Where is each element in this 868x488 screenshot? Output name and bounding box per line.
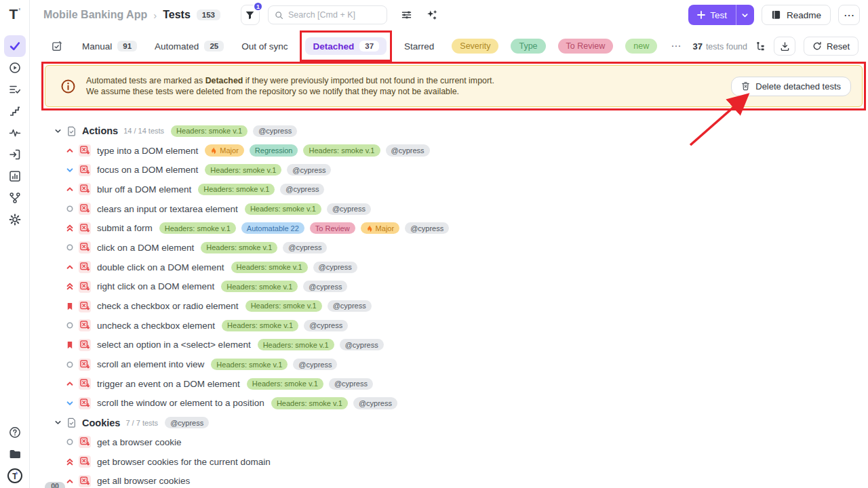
add-test-button[interactable]: Test [688,5,736,25]
folder-name[interactable]: Actions [82,125,118,136]
test-row[interactable]: blur off a DOM elementHeaders: smoke v.1… [30,180,868,199]
sidebar-help-icon[interactable] [4,422,26,443]
test-title[interactable]: scroll an element into view [97,359,204,369]
tag-badge[interactable]: Headers: smoke v.1 [211,359,288,370]
test-title[interactable]: get all browser cookies [97,476,190,486]
filter-funnel-button[interactable]: 1 [241,5,260,25]
breadcrumb-section[interactable]: Tests [163,9,191,21]
chevron-down-icon[interactable] [54,127,62,135]
tag-badge[interactable]: @cypress [287,164,331,176]
sidebar-check-icon[interactable] [4,35,26,57]
folder-row[interactable]: Actions14 / 14 testsHeaders: smoke v.1@c… [30,121,868,141]
test-row[interactable]: double click on a DOM elementHeaders: sm… [30,258,868,277]
add-test-dropdown-button[interactable] [736,5,754,25]
ai-sparkles-icon[interactable] [426,9,438,21]
sidebar-bar-chart-icon[interactable] [4,165,26,187]
tag-badge[interactable]: Headers: smoke v.1 [198,184,275,195]
tag-filter-type[interactable]: Type [511,39,545,54]
test-title[interactable]: blur off a DOM element [97,184,191,195]
tag-badge[interactable]: Automatable 22 [241,222,304,234]
tag-badge[interactable]: Headers: smoke v.1 [221,281,298,292]
test-row[interactable]: scroll an element into viewHeaders: smok… [30,354,868,374]
tag-badge[interactable]: @cypress [405,222,449,234]
tag-badge[interactable]: @cypress [253,125,297,137]
tag-badge[interactable]: Major [205,144,244,156]
tree-view-icon[interactable] [755,41,766,52]
tag-badge[interactable]: @cypress [340,339,384,350]
filter-tab-automated[interactable]: Automated25 [155,41,224,52]
breadcrumb-project[interactable]: Mobile Banking App [43,9,147,21]
reset-filters-button[interactable]: Reset [804,37,859,56]
tag-badge[interactable]: @cypress [283,242,327,253]
tag-filter-new[interactable]: new [625,39,657,54]
sidebar-stairs-icon[interactable] [4,100,26,122]
tag-badge[interactable]: Headers: smoke v.1 [231,262,308,273]
tag-badge[interactable]: @cypress [353,397,397,409]
tag-filter-severity[interactable]: Severity [452,39,498,54]
test-row[interactable]: submit a formHeaders: smoke v.1Automatab… [30,218,868,238]
tag-badge[interactable]: Headers: smoke v.1 [245,203,321,215]
test-row[interactable]: right click on a DOM elementHeaders: smo… [30,277,868,297]
tag-badge[interactable]: Headers: smoke v.1 [222,320,298,331]
test-row[interactable]: check a checkbox or radio elementHeaders… [30,296,868,316]
tag-badge[interactable]: Headers: smoke v.1 [245,300,322,312]
test-title[interactable]: focus on a DOM element [97,165,198,175]
tag-filter-to-review[interactable]: To Review [558,39,614,54]
tag-badge[interactable]: @cypress [329,378,373,390]
sidebar-folder-icon[interactable] [4,443,26,465]
tag-badge[interactable]: @cypress [327,203,371,215]
folder-name[interactable]: Cookies [82,418,120,428]
test-title[interactable]: scroll the window or element to a positi… [97,398,264,408]
more-filters-button[interactable]: ⋯ [671,40,682,52]
sidebar-pulse-icon[interactable] [4,122,26,144]
more-options-button[interactable]: ⋯ [838,5,860,25]
filter-tab-manual[interactable]: Manual91 [82,41,137,52]
test-row[interactable]: clears an input or textarea elementHeade… [30,199,868,219]
test-row[interactable]: get a browser cookie [30,432,868,452]
test-row[interactable]: scroll the window or element to a positi… [30,394,868,413]
test-row[interactable]: select an option in a <select> elementHe… [30,336,868,355]
search-input[interactable]: Search [Cmd + K] [268,5,387,24]
tag-badge[interactable]: Headers: smoke v.1 [205,164,281,176]
test-title[interactable]: clears an input or textarea element [97,204,238,214]
sidebar-profile-logo-icon[interactable]: T [4,465,26,487]
test-title[interactable]: uncheck a checkbox element [97,321,215,331]
test-row[interactable]: get browser cookies for the current doma… [30,452,868,472]
test-title[interactable]: trigger an event on a DOM element [97,379,240,389]
sidebar-gear-icon[interactable] [4,209,26,230]
tag-badge[interactable]: @cypress [293,359,337,370]
tag-badge[interactable]: @cypress [303,281,347,292]
tag-badge[interactable]: @cypress [328,300,372,312]
test-row[interactable]: focus on a DOM elementHeaders: smoke v.1… [30,160,868,180]
test-title[interactable]: type into a DOM element [97,146,198,156]
sidebar-branch-icon[interactable] [4,187,26,209]
tag-badge[interactable]: Regression [250,144,298,156]
tag-badge[interactable]: Headers: smoke v.1 [201,242,277,253]
test-title[interactable]: double click on a DOM element [97,262,224,272]
export-download-button[interactable] [774,37,795,56]
sidebar-play-circle-icon[interactable] [4,57,26,79]
tune-settings-icon[interactable] [401,9,412,20]
tag-badge[interactable]: Headers: smoke v.1 [159,222,236,234]
filter-tab-starred[interactable]: Starred [404,41,434,52]
test-title[interactable]: right click on a DOM element [97,281,214,291]
tag-badge[interactable]: @cypress [304,320,348,331]
delete-detached-tests-button[interactable]: Delete detached tests [731,77,851,96]
filter-tab-out-of-sync[interactable]: Out of sync [241,41,288,52]
tag-badge[interactable]: @cypress [165,417,209,428]
sidebar-list-check-icon[interactable] [4,79,26,100]
tag-badge[interactable]: Headers: smoke v.1 [171,125,248,137]
filter-tab-detached[interactable]: Detached37 [305,37,387,55]
tag-badge[interactable]: Major [361,222,400,234]
tag-badge[interactable]: @cypress [280,184,324,195]
tag-badge[interactable]: @cypress [386,144,430,156]
bulk-edit-icon[interactable] [52,41,63,52]
tag-badge[interactable]: To Review [310,222,355,234]
test-row[interactable]: trigger an event on a DOM elementHeaders… [30,374,868,394]
test-row[interactable]: type into a DOM elementMajorRegressionHe… [30,141,868,161]
tag-badge[interactable]: Headers: smoke v.1 [303,144,380,156]
tag-badge[interactable]: Headers: smoke v.1 [271,397,348,409]
test-title[interactable]: check a checkbox or radio element [97,301,239,311]
test-title[interactable]: select an option in a <select> element [97,340,251,350]
app-logo-icon[interactable]: T' [0,4,30,24]
